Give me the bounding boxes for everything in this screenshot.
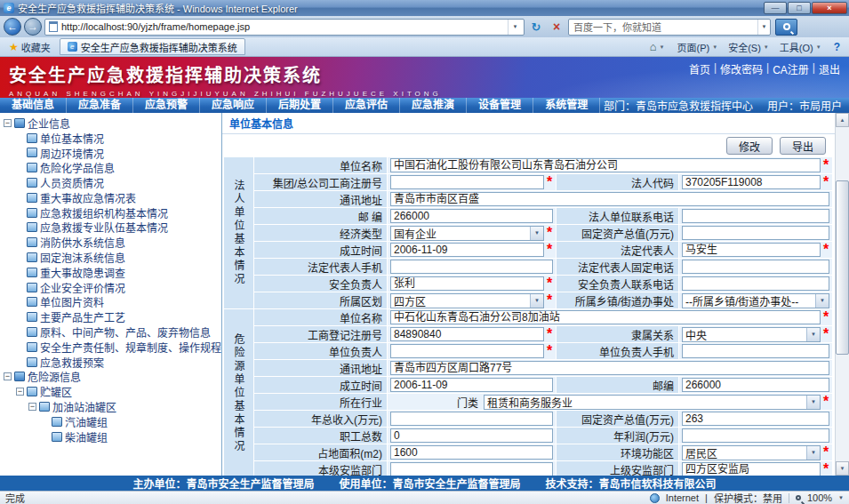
tree-item-15[interactable]: 安全生产责任制、规章制度、操作规程信息 [0, 340, 221, 355]
refresh-button[interactable]: ↻ [527, 18, 545, 36]
form-input[interactable] [682, 344, 829, 358]
stop-button[interactable]: × [548, 18, 565, 36]
tree-item-0[interactable]: −企业信息 [0, 116, 221, 131]
nav-item-8[interactable]: 系统管理 [533, 98, 600, 113]
tree-item-17[interactable]: −危险源信息 [0, 370, 221, 385]
form-input[interactable] [682, 226, 829, 240]
header-link-3[interactable]: 退出 [819, 61, 840, 76]
collapse-icon[interactable]: − [28, 403, 36, 411]
scrollbar-thumb[interactable] [836, 180, 849, 355]
url-text[interactable]: http://localhost:90/yjzh/frame/homepage.… [61, 21, 508, 32]
form-input[interactable]: 0 [390, 428, 553, 443]
form-select[interactable]: 居民区▼ [682, 445, 821, 460]
nav-item-4[interactable]: 后期处置 [267, 98, 333, 113]
form-input[interactable] [390, 260, 553, 274]
tab-active[interactable]: e 安全生产应急救援指挥辅助决策系统 [60, 38, 245, 55]
search-dropdown-icon[interactable]: ▼ [757, 20, 770, 35]
scroll-up-icon[interactable]: ▲ [836, 113, 849, 127]
form-input[interactable]: 中国石油化工股份有限公司山东青岛石油分公司 [390, 158, 821, 172]
command-item-1[interactable]: 安全(S)▼ [723, 39, 774, 55]
form-input[interactable] [682, 209, 829, 223]
nav-item-0[interactable]: 基础信息 [0, 98, 67, 113]
modify-button[interactable]: 修改 [726, 137, 773, 155]
back-button[interactable]: ← [4, 18, 21, 36]
collapse-icon[interactable]: − [4, 119, 12, 127]
address-bar[interactable]: http://localhost:90/yjzh/frame/homepage.… [44, 19, 525, 36]
nav-item-3[interactable]: 应急响应 [200, 98, 267, 113]
tree-item-1[interactable]: 单位基本情况 [0, 131, 221, 146]
vertical-scrollbar[interactable]: ▲ ▼ [835, 113, 849, 476]
scroll-down-icon[interactable]: ▼ [836, 461, 849, 476]
search-input[interactable]: 百度一下，你就知道 ▼ [568, 19, 771, 36]
favorites-button[interactable]: ★ 收藏夹 [4, 39, 56, 55]
zoom-dropdown-icon[interactable]: ▼ [838, 495, 844, 500]
address-dropdown-icon[interactable]: ▼ [508, 20, 522, 35]
form-select[interactable]: 租赁和商务服务业▼ [484, 395, 821, 410]
tree-item-9[interactable]: 固定泡沫系统信息 [0, 250, 221, 265]
close-button[interactable]: × [812, 2, 847, 14]
search-button[interactable] [775, 19, 797, 36]
form-select[interactable]: --所属乡镇/街道办事处--▼ [682, 293, 829, 308]
form-input[interactable]: 266000 [390, 209, 553, 223]
form-input[interactable]: 中石化山东青岛石油分公司8加油站 [390, 310, 821, 324]
form-input[interactable]: 370205F119008 [682, 175, 821, 189]
collapse-icon[interactable]: − [4, 372, 12, 380]
tree-item-11[interactable]: 企业安全评价情况 [0, 280, 221, 295]
help-button[interactable]: ? [829, 40, 845, 54]
scrollbar-track[interactable] [836, 127, 849, 461]
header-link-1[interactable]: 修改密码 [720, 61, 763, 76]
tree-item-13[interactable]: 主要产品生产工艺 [0, 309, 221, 324]
form-input[interactable] [390, 344, 544, 358]
tree-item-5[interactable]: 重大事故应急情况表 [0, 190, 221, 205]
form-input[interactable]: 张利 [390, 276, 544, 291]
nav-item-1[interactable]: 应急准备 [67, 98, 133, 113]
maximize-button[interactable]: □ [788, 2, 811, 14]
tree-item-4[interactable]: 人员资质情况 [0, 175, 221, 190]
tree-item-3[interactable]: 危险化学品信息 [0, 160, 221, 175]
form-input[interactable] [682, 428, 829, 443]
tree-item-14[interactable]: 原料、中间产物、产品、废弃物信息 [0, 324, 221, 340]
tree-item-19[interactable]: −加油站油罐区 [0, 399, 221, 414]
nav-item-5[interactable]: 应急评估 [333, 98, 400, 113]
tree-item-6[interactable]: 应急救援组织机构基本情况 [0, 205, 221, 220]
form-input[interactable]: 266000 [682, 378, 829, 392]
export-button[interactable]: 导出 [780, 137, 826, 155]
tree-item-7[interactable]: 应急救援专业队伍基本情况 [0, 220, 221, 236]
header-link-0[interactable]: 首页 [689, 61, 710, 76]
nav-item-2[interactable]: 应急预警 [133, 98, 200, 113]
tree-item-2[interactable]: 周边环境情况 [0, 146, 221, 161]
header-link-2[interactable]: CA注册 [773, 61, 809, 76]
tree-item-12[interactable]: 单位图片资料 [0, 295, 221, 310]
form-input[interactable]: 1600 [390, 445, 553, 460]
form-input[interactable]: 四方区安监局 [682, 462, 821, 476]
form-input[interactable]: 2006-11-09 [390, 243, 544, 257]
form-select[interactable]: 国有企业▼ [390, 226, 544, 241]
form-input[interactable] [390, 412, 553, 426]
form-input[interactable]: 2006-11-09 [390, 378, 553, 392]
command-item-2[interactable]: 工具(O)▼ [774, 39, 827, 55]
command-item-0[interactable]: 页面(P)▼ [672, 39, 724, 55]
form-input[interactable]: 263 [682, 412, 829, 426]
home-button[interactable]: ⌂ ▼ [645, 40, 670, 53]
form-input[interactable] [682, 260, 829, 274]
tree-item-18[interactable]: −贮罐区 [0, 384, 221, 399]
tree-item-21[interactable]: 柴油罐组 [0, 429, 221, 444]
form-input[interactable] [390, 462, 553, 476]
tree-item-20[interactable]: 汽油罐组 [0, 414, 221, 429]
forward-button[interactable]: → [24, 18, 42, 36]
minimize-button[interactable]: — [764, 2, 787, 14]
tree-item-8[interactable]: 消防供水系统信息 [0, 235, 221, 250]
form-input[interactable]: 马安生 [682, 243, 821, 257]
form-select[interactable]: 四方区▼ [390, 293, 544, 308]
collapse-icon[interactable]: − [16, 388, 24, 396]
tree-item-16[interactable]: 应急救援预案 [0, 355, 221, 370]
zoom-level[interactable]: 100% [807, 492, 832, 503]
form-input[interactable]: 84890840 [390, 327, 544, 341]
nav-item-6[interactable]: 应急推演 [400, 98, 467, 113]
form-input[interactable] [390, 175, 544, 189]
nav-item-7[interactable]: 设备管理 [467, 98, 533, 113]
form-input[interactable]: 青岛市市南区百盛 [390, 192, 829, 206]
form-input[interactable] [682, 276, 829, 291]
form-select[interactable]: 中央▼ [682, 327, 821, 342]
tree-item-10[interactable]: 重大事故隐患调查 [0, 265, 221, 280]
